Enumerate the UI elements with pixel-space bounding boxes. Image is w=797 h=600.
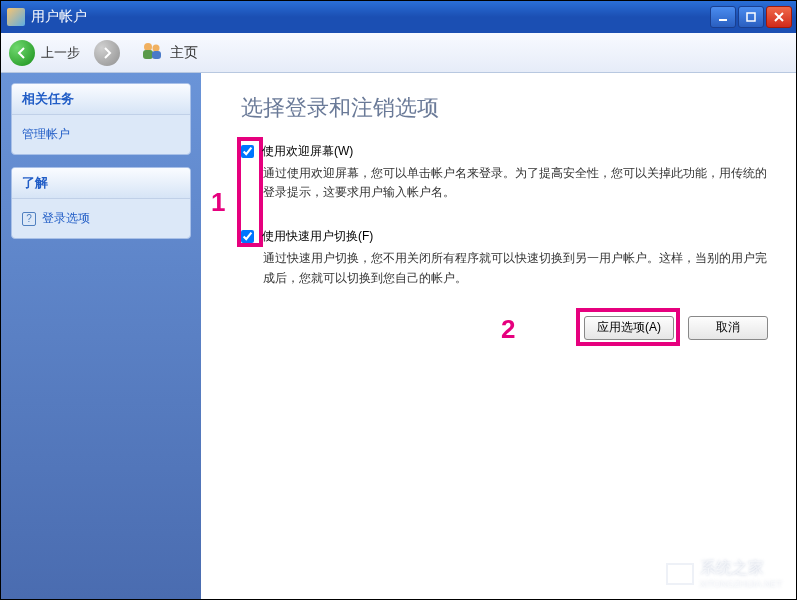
svg-rect-3 <box>143 50 153 59</box>
welcome-screen-option: 使用欢迎屏幕(W) 通过使用欢迎屏幕，您可以单击帐户名来登录。为了提高安全性，您… <box>241 143 768 202</box>
user-accounts-window: 用户帐户 上一步 主页 <box>0 0 797 600</box>
back-label: 上一步 <box>41 44 80 62</box>
svg-point-2 <box>144 43 152 51</box>
manage-accounts-link[interactable]: 管理帐户 <box>22 123 180 146</box>
svg-rect-1 <box>747 13 755 21</box>
apply-options-button[interactable]: 应用选项(A) <box>584 316 674 340</box>
main-content: 选择登录和注销选项 1 使用欢迎屏幕(W) 通过使用欢迎屏幕，您可以单击帐户名来… <box>201 73 796 599</box>
svg-rect-0 <box>719 19 727 21</box>
svg-rect-5 <box>152 51 161 59</box>
page-title: 选择登录和注销选项 <box>241 93 768 123</box>
svg-point-4 <box>153 45 160 52</box>
annotation-number-1: 1 <box>211 187 225 218</box>
cancel-button[interactable]: 取消 <box>688 316 768 340</box>
option-description: 通过使用欢迎屏幕，您可以单击帐户名来登录。为了提高安全性，您可以关掉此功能，用传… <box>263 164 768 202</box>
option-label: 使用欢迎屏幕(W) <box>262 143 353 160</box>
option-description: 通过快速用户切换，您不用关闭所有程序就可以快速切换到另一用户帐户。这样，当别的用… <box>263 249 768 287</box>
minimize-button[interactable] <box>710 6 736 28</box>
window-controls <box>710 6 796 28</box>
window-title: 用户帐户 <box>31 8 710 26</box>
app-icon <box>7 8 25 26</box>
forward-button[interactable] <box>94 40 120 66</box>
fast-user-switching-option: 使用快速用户切换(F) 通过快速用户切换，您不用关闭所有程序就可以快速切换到另一… <box>241 228 768 287</box>
titlebar: 用户帐户 <box>1 1 796 33</box>
users-icon <box>140 41 164 64</box>
maximize-button[interactable] <box>738 6 764 28</box>
button-row: 2 应用选项(A) 取消 <box>241 316 768 340</box>
back-button[interactable] <box>9 40 35 66</box>
panel-header: 了解 <box>12 168 190 199</box>
close-button[interactable] <box>766 6 792 28</box>
welcome-screen-checkbox[interactable] <box>241 145 254 158</box>
learn-panel: 了解 ? 登录选项 <box>11 167 191 239</box>
watermark-logo-icon <box>666 563 694 585</box>
body: 相关任务 管理帐户 了解 ? 登录选项 选择登录和注销选项 <box>1 73 796 599</box>
toolbar: 上一步 主页 <box>1 33 796 73</box>
sidebar: 相关任务 管理帐户 了解 ? 登录选项 <box>1 73 201 599</box>
help-icon: ? <box>22 212 36 226</box>
login-options-link[interactable]: ? 登录选项 <box>22 207 180 230</box>
home-link[interactable]: 主页 <box>170 44 198 62</box>
related-tasks-panel: 相关任务 管理帐户 <box>11 83 191 155</box>
annotation-number-2: 2 <box>501 314 515 345</box>
panel-header: 相关任务 <box>12 84 190 115</box>
fast-switch-checkbox[interactable] <box>241 230 254 243</box>
watermark: 系统之家 XITONGZHIJIA.NET <box>666 558 782 589</box>
option-label: 使用快速用户切换(F) <box>262 228 373 245</box>
